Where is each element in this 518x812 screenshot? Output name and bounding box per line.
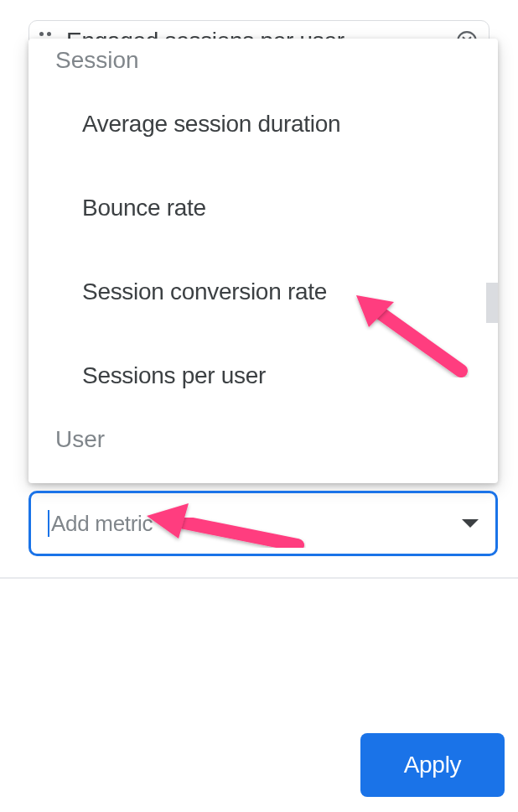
caret-down-icon	[462, 519, 479, 528]
metric-dropdown-panel: Session Average session duration Bounce …	[28, 39, 498, 483]
scrollbar-thumb[interactable]	[486, 283, 498, 323]
metric-option-avg-session-duration[interactable]: Average session duration	[28, 82, 498, 166]
apply-button[interactable]: Apply	[360, 733, 505, 797]
category-header-user: User	[28, 418, 498, 461]
metric-option-bounce-rate[interactable]: Bounce rate	[28, 166, 498, 250]
add-metric-placeholder: Add metric	[51, 511, 462, 537]
metric-option-sessions-per-user[interactable]: Sessions per user	[28, 334, 498, 418]
text-cursor	[48, 510, 49, 537]
horizontal-divider	[0, 577, 518, 579]
metric-option-session-conversion-rate[interactable]: Session conversion rate	[28, 250, 498, 334]
add-metric-input[interactable]: Add metric	[28, 491, 498, 556]
category-header-session: Session	[28, 39, 498, 82]
